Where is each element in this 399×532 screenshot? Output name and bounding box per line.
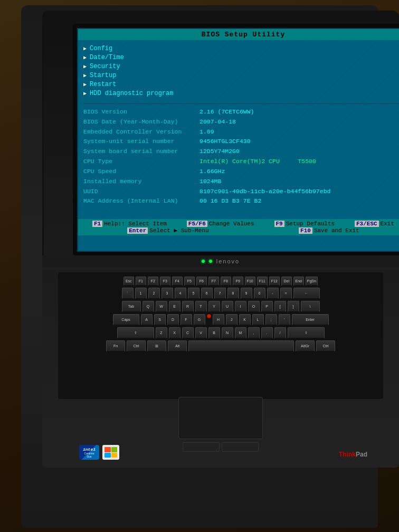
key-u[interactable]: U <box>222 301 233 312</box>
key-o[interactable]: O <box>248 301 260 312</box>
key-end[interactable]: End <box>293 277 304 286</box>
desc-f3esc: Exit <box>381 221 394 227</box>
info-row-uuid: UUID 8107c901-40db-11cb-a20e-b44f56b97eb… <box>83 187 399 196</box>
key-tab[interactable]: Tab <box>122 301 141 312</box>
key-rbracket[interactable]: ] <box>288 301 299 312</box>
arrow-icon: ▶ <box>83 72 87 79</box>
key-f7[interactable]: F7 <box>208 277 219 286</box>
key-6[interactable]: 6 <box>201 288 213 299</box>
key-p[interactable]: P <box>261 301 273 312</box>
menu-item-hdd[interactable]: ▶ HDD diagnostic program <box>83 90 399 97</box>
key-c[interactable]: C <box>182 327 194 339</box>
fn-key-row: Esc F1 F2 F3 F4 F5 F6 F7 F8 F9 F10 F11 F… <box>62 277 379 286</box>
key-t[interactable]: T <box>195 301 207 312</box>
info-row-mac: MAC Address (Internal LAN) 00 16 D3 B3 7… <box>83 196 399 206</box>
key-f9[interactable]: F9 <box>233 277 243 286</box>
label-system-serial: System-unit serial number <box>83 137 200 146</box>
menu-item-config[interactable]: ▶ Config <box>83 45 399 52</box>
key-f12[interactable]: F12 <box>269 277 280 286</box>
key-s[interactable]: S <box>154 314 166 326</box>
bios-info-table: BIOS Version 2.16 (7CETC6WW) BIOS Date (… <box>83 107 399 206</box>
key-pgdn[interactable]: PgDn <box>306 277 318 286</box>
key-f9: F9 <box>274 221 284 227</box>
key-f1[interactable]: F1 <box>136 277 146 286</box>
key-quote[interactable]: ' <box>279 314 290 326</box>
key-fn[interactable]: Fn <box>106 340 125 352</box>
key-8[interactable]: 8 <box>227 288 239 299</box>
key-y[interactable]: Y <box>208 301 220 312</box>
key-ctrl[interactable]: Ctrl <box>127 340 146 352</box>
key-lshift[interactable]: ⇧ <box>117 327 154 339</box>
key-rctrl[interactable]: Ctrl <box>316 340 335 352</box>
key-4[interactable]: 4 <box>175 288 186 299</box>
bios-body: ▶ Config ▶ Date/Time ▶ Security <box>78 40 399 235</box>
key-n[interactable]: N <box>222 327 233 339</box>
key-1[interactable]: 1 <box>135 288 147 299</box>
key-lbracket[interactable]: [ <box>274 301 286 312</box>
key-e[interactable]: E <box>169 301 180 312</box>
touchpad-right-btn[interactable] <box>222 442 259 452</box>
key-x[interactable]: X <box>169 327 180 339</box>
bottom-key-row: Fn Ctrl ⊞ Alt AltGr Ctrl <box>62 340 379 352</box>
touchpad[interactable] <box>178 397 263 439</box>
key-win[interactable]: ⊞ <box>147 340 166 352</box>
key-i[interactable]: I <box>235 301 246 312</box>
key-backslash[interactable]: \ <box>301 301 320 312</box>
key-slash[interactable]: / <box>274 327 286 339</box>
key-caps[interactable]: Caps <box>113 314 139 326</box>
key-m[interactable]: M <box>235 327 246 339</box>
key-l[interactable]: L <box>252 314 264 326</box>
key-w[interactable]: W <box>156 301 167 312</box>
key-semicolon[interactable]: ; <box>265 314 277 326</box>
key-v[interactable]: V <box>195 327 207 339</box>
key-d[interactable]: D <box>167 314 179 326</box>
trackpoint[interactable] <box>207 314 211 318</box>
key-del[interactable]: Del <box>281 277 292 286</box>
key-space[interactable] <box>188 340 294 352</box>
key-b[interactable]: B <box>208 327 220 339</box>
key-k[interactable]: K <box>239 314 251 326</box>
key-f11[interactable]: F11 <box>257 277 268 286</box>
key-h[interactable]: H <box>213 314 224 326</box>
key-period[interactable]: . <box>261 327 273 339</box>
key-f3[interactable]: F3 <box>160 277 170 286</box>
info-row-board-serial: System board serial number 12D5Y74M2G0 <box>83 147 399 156</box>
key-backtick[interactable]: ` <box>122 288 134 299</box>
key-f2[interactable]: F2 <box>148 277 158 286</box>
menu-item-startup[interactable]: ▶ Startup <box>83 72 399 79</box>
menu-item-restart[interactable]: ▶ Restart <box>83 81 399 88</box>
key-z[interactable]: Z <box>156 327 167 339</box>
key-3[interactable]: 3 <box>162 288 173 299</box>
key-f6[interactable]: F6 <box>196 277 207 286</box>
key-equals[interactable]: = <box>280 288 292 299</box>
key-f[interactable]: F <box>180 314 192 326</box>
key-r[interactable]: R <box>182 301 194 312</box>
touchpad-buttons <box>168 442 273 452</box>
menu-item-security[interactable]: ▶ Security <box>83 63 399 70</box>
key-backspace[interactable]: ← <box>293 288 320 299</box>
menu-item-datetime[interactable]: ▶ Date/Time <box>83 54 399 61</box>
key-5[interactable]: 5 <box>188 288 200 299</box>
key-9[interactable]: 9 <box>241 288 252 299</box>
key-comma[interactable]: , <box>248 327 260 339</box>
key-rshift[interactable]: ⇧ <box>288 327 325 339</box>
key-j[interactable]: J <box>226 314 238 326</box>
key-f8[interactable]: F8 <box>221 277 231 286</box>
key-0[interactable]: 0 <box>254 288 265 299</box>
key-7[interactable]: 7 <box>214 288 226 299</box>
key-a[interactable]: A <box>141 314 153 326</box>
key-f4[interactable]: F4 <box>172 277 183 286</box>
info-row-cpu-speed: CPU Speed 1.66GHz <box>83 167 399 176</box>
touchpad-left-btn[interactable] <box>183 442 220 452</box>
key-f10[interactable]: F10 <box>245 277 255 286</box>
key-g[interactable]: G <box>194 314 205 326</box>
key-f5[interactable]: F5 <box>184 277 195 286</box>
key-esc[interactable]: Esc <box>124 277 134 286</box>
key-enter[interactable]: Enter <box>292 314 329 326</box>
key-alt[interactable]: Alt <box>168 340 187 352</box>
key-altgr[interactable]: AltGr <box>296 340 315 352</box>
key-minus[interactable]: - <box>267 288 279 299</box>
key-2[interactable]: 2 <box>148 288 160 299</box>
key-f3esc: F3/ESC <box>355 221 379 227</box>
key-q[interactable]: Q <box>142 301 154 312</box>
